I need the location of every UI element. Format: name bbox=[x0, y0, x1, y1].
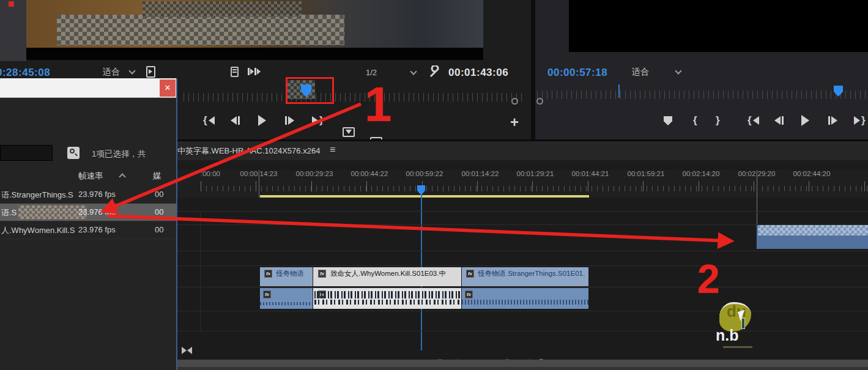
program-fit-select[interactable]: 适合 bbox=[632, 67, 649, 78]
ruler-label: 00:02:14:20 bbox=[683, 170, 720, 177]
program-monitor-panel: 00:00:57:18 适合 { } { } bbox=[535, 0, 868, 139]
track-divider bbox=[176, 265, 868, 266]
censored-clip-name-mosaic bbox=[18, 205, 87, 220]
source-fit-select[interactable]: 适合 bbox=[103, 67, 120, 78]
project-floating-window: ✕ 1项已选择，共 帧速率 媒 语.StrangerThings.S 23.97… bbox=[0, 78, 177, 370]
mark-in-button[interactable]: { bbox=[693, 116, 697, 125]
audio-waveform bbox=[314, 291, 461, 298]
bin-row-selected[interactable]: 语.S 23.976 fps 00 bbox=[0, 204, 176, 221]
chevron-down-icon bbox=[128, 67, 135, 74]
program-video-preview[interactable] bbox=[569, 0, 868, 52]
drag-video-audio-icon[interactable] bbox=[248, 68, 261, 75]
watermark-bar bbox=[741, 318, 745, 329]
panel-edge bbox=[0, 0, 26, 61]
work-area-bar[interactable] bbox=[260, 195, 589, 198]
timeline-scrollbar-track bbox=[176, 367, 868, 370]
timeline-clip-v1[interactable]: fx 怪奇物语 bbox=[260, 267, 313, 286]
insert-button[interactable] bbox=[343, 127, 355, 137]
chevron-down-icon bbox=[410, 68, 417, 75]
program-in-point-marker bbox=[618, 84, 620, 98]
sort-ascending-icon bbox=[119, 173, 125, 180]
play-button[interactable] bbox=[258, 115, 266, 126]
ruler-label: :00:00 bbox=[201, 170, 220, 177]
annotation-step-2: 2 bbox=[697, 262, 720, 296]
ruler-label: 00:00:44:22 bbox=[351, 170, 388, 177]
ruler-label: 00:01:29:21 bbox=[517, 170, 554, 177]
source-zoom-scrollbar-handle[interactable] bbox=[511, 98, 518, 105]
timeline-clip-v1-selected[interactable]: fx 致命女人.WhyWomen.Kill.S01E03.中 bbox=[313, 267, 462, 286]
clip-frame-rate: 23.976 fps bbox=[78, 207, 116, 216]
step-back-button[interactable] bbox=[231, 116, 240, 125]
hover-indicator-line bbox=[757, 170, 757, 228]
timeline-clip-a1[interactable]: fx bbox=[462, 288, 588, 309]
timeline-clip-v1[interactable]: fx 怪奇物语.StrangerThings.S01E01. bbox=[462, 267, 588, 286]
bin-row[interactable]: 人.WhyWomen.Kill.S 23.976 fps 00 bbox=[0, 221, 176, 239]
red-record-dot bbox=[9, 1, 14, 7]
settings-icon[interactable] bbox=[231, 67, 239, 77]
goto-out-button[interactable]: } bbox=[854, 116, 866, 125]
panel-menu-icon[interactable]: ≡ bbox=[330, 144, 335, 155]
clip-media-start: 00 bbox=[155, 207, 163, 216]
source-video-preview[interactable] bbox=[26, 0, 483, 60]
edit-cursor-line bbox=[259, 170, 259, 198]
audio-waveform bbox=[314, 300, 461, 305]
fx-badge: fx bbox=[465, 290, 473, 298]
sequence-tab[interactable]: 中英字幕.WEB-HR.AAC.1024X576.x264 bbox=[177, 146, 320, 157]
censored-mosaic-small bbox=[143, 1, 302, 17]
clip-name: 人.WhyWomen.Kill.S bbox=[1, 225, 75, 236]
track-header-divider bbox=[200, 211, 201, 331]
goto-out-button[interactable]: } bbox=[312, 116, 324, 125]
annotation-step-1: 1 bbox=[365, 84, 392, 125]
add-marker-button[interactable] bbox=[664, 116, 672, 125]
clip-name: 语.S bbox=[1, 207, 17, 218]
chevron-down-icon bbox=[675, 67, 681, 74]
search-bin-icon[interactable] bbox=[67, 147, 80, 159]
clip-frame-rate: 23.976 fps bbox=[78, 190, 116, 199]
censored-subtitle-mosaic bbox=[57, 15, 344, 45]
step-back-button[interactable] bbox=[774, 116, 784, 125]
censored-clip-name-mosaic bbox=[758, 225, 868, 235]
source-resolution-select[interactable]: 1/2 bbox=[366, 68, 377, 77]
ruler-ticks-major bbox=[201, 181, 868, 191]
column-header-frame-rate[interactable]: 帧速率 bbox=[78, 171, 103, 182]
source-timecode-duration: 00:01:43:06 bbox=[448, 67, 508, 79]
tri-glyph bbox=[149, 69, 152, 74]
premiere-app-window: 0:28:45:08 适合 1/2 00:01:43:06 { bbox=[0, 0, 868, 370]
wrench-icon[interactable] bbox=[428, 65, 442, 79]
snap-toggle-icon[interactable] bbox=[182, 347, 192, 354]
program-mini-ruler[interactable] bbox=[537, 91, 868, 99]
track-divider bbox=[176, 211, 868, 212]
step-forward-button[interactable] bbox=[828, 116, 837, 125]
program-timecode-current: 00:00:57:18 bbox=[547, 67, 607, 79]
column-header-media[interactable]: 媒 bbox=[153, 171, 161, 182]
mark-out-button[interactable]: } bbox=[716, 116, 720, 125]
button-editor-icon[interactable] bbox=[146, 66, 155, 78]
magnifier-icon bbox=[70, 149, 75, 154]
window-title-bar[interactable]: ✕ bbox=[0, 78, 176, 98]
source-timecode-current: 0:28:45:08 bbox=[0, 67, 50, 79]
panel-divider[interactable] bbox=[531, 0, 535, 139]
bin-row[interactable]: 语.StrangerThings.S 23.976 fps 00 bbox=[0, 186, 176, 204]
fx-badge: fx bbox=[264, 270, 272, 278]
step-forward-button[interactable] bbox=[285, 116, 294, 125]
play-button[interactable] bbox=[801, 115, 809, 126]
close-button[interactable]: ✕ bbox=[160, 80, 176, 97]
audio-waveform bbox=[462, 300, 588, 305]
goto-in-button[interactable]: { bbox=[747, 116, 759, 125]
timeline-ruler[interactable]: :00:00 00:00:14:23 00:00:29:23 00:00:44:… bbox=[176, 170, 868, 198]
selection-status-text: 1项已选择，共 bbox=[92, 149, 146, 160]
watermark-logo: du n.b bbox=[714, 298, 770, 350]
goto-in-button[interactable]: { bbox=[203, 116, 215, 125]
add-button-icon[interactable]: + bbox=[510, 114, 519, 131]
timeline-clip-a1[interactable]: fx bbox=[260, 288, 313, 309]
timeline-clip-a1-selected[interactable]: fx bbox=[313, 288, 462, 309]
timeline-scrollbar[interactable] bbox=[176, 360, 868, 367]
track-divider bbox=[176, 251, 868, 251]
program-zoom-scrollbar-handle[interactable] bbox=[536, 98, 543, 105]
timeline-clip-v2-dragged[interactable] bbox=[755, 225, 868, 249]
ruler-label: 00:00:29:23 bbox=[296, 170, 333, 177]
ruler-label: 00:01:14:22 bbox=[462, 170, 499, 177]
clip-label: 怪奇物语.StrangerThings.S01E01. bbox=[478, 269, 587, 278]
source-mini-ruler[interactable] bbox=[184, 93, 523, 102]
search-input[interactable] bbox=[0, 145, 53, 161]
